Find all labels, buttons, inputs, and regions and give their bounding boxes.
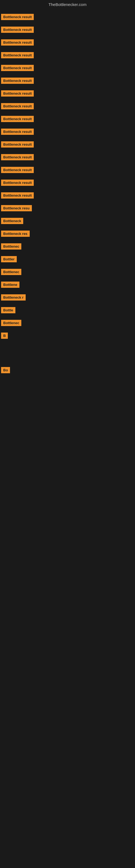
list-item: Bottleneck r — [0, 291, 135, 304]
list-item: Bottlene — [0, 279, 135, 291]
bottleneck-badge[interactable]: Bottleneck result — [1, 167, 34, 173]
items-container: Bottleneck resultBottleneck resultBottle… — [0, 10, 135, 399]
bottleneck-badge[interactable]: Bottlenec — [1, 243, 21, 250]
list-item — [0, 377, 135, 382]
bottleneck-badge[interactable]: Bottlene — [1, 282, 19, 288]
list-item: Bottle — [0, 304, 135, 317]
list-item: Bottleneck result — [0, 113, 135, 126]
list-item — [0, 353, 135, 359]
bottleneck-badge[interactable]: Bottlenec — [1, 320, 21, 326]
bottleneck-badge[interactable]: Bottleneck result — [1, 65, 34, 71]
list-item — [0, 388, 135, 393]
bottleneck-badge[interactable]: Bottleneck result — [1, 52, 34, 58]
list-item: Bottlenec — [0, 266, 135, 279]
bottleneck-badge[interactable]: Bottleneck result — [1, 154, 34, 160]
bottleneck-badge[interactable]: Bottle — [1, 307, 15, 313]
list-item: Bottleneck result — [0, 62, 135, 75]
list-item: Bottleneck result — [0, 126, 135, 138]
list-item: Bottleneck result — [0, 24, 135, 37]
list-item: Bottler — [0, 253, 135, 266]
list-item: Bo — [0, 364, 135, 377]
list-item: Bottleneck result — [0, 88, 135, 100]
list-item: Bottleneck result — [0, 138, 135, 151]
list-item: Bottleneck result — [0, 177, 135, 190]
bottleneck-badge[interactable]: Bottleneck result — [1, 129, 34, 135]
bottleneck-badge[interactable]: Bottleneck result — [1, 90, 34, 97]
list-item — [0, 359, 135, 364]
list-item: Bottleneck — [0, 215, 135, 228]
bottleneck-badge[interactable]: Bottleneck result — [1, 14, 34, 20]
list-item: Bottleneck res — [0, 228, 135, 241]
bottleneck-badge[interactable]: Bottleneck r — [1, 294, 26, 301]
list-item: Bottleneck result — [0, 100, 135, 113]
bottleneck-badge[interactable]: Bottleneck resu — [1, 205, 32, 211]
bottleneck-badge[interactable]: Bottleneck result — [1, 192, 34, 198]
list-item: Bottleneck result — [0, 37, 135, 50]
list-item — [0, 348, 135, 353]
bottleneck-badge[interactable]: Bottleneck result — [1, 27, 34, 33]
list-item: Bottleneck result — [0, 11, 135, 24]
bottleneck-badge[interactable]: Bottlenec — [1, 269, 21, 275]
list-item: Bottleneck result — [0, 164, 135, 177]
list-item: Bottleneck resu — [0, 203, 135, 215]
list-item — [0, 343, 135, 348]
list-item: Bottleneck result — [0, 75, 135, 88]
site-header: TheBottlenecker.com — [0, 0, 135, 10]
bottleneck-badge[interactable]: B — [1, 333, 8, 339]
list-item: Bottleneck result — [0, 50, 135, 62]
bottleneck-badge[interactable]: Bottleneck — [1, 218, 23, 224]
bottleneck-badge[interactable]: Bottler — [1, 256, 17, 262]
bottleneck-badge[interactable]: Bo — [1, 367, 10, 373]
bottleneck-badge[interactable]: Bottleneck res — [1, 230, 30, 237]
bottleneck-badge[interactable]: Bottleneck result — [1, 141, 34, 148]
site-title: TheBottlenecker.com — [0, 0, 135, 10]
list-item: Bottleneck result — [0, 190, 135, 203]
list-item: Bottleneck result — [0, 151, 135, 164]
bottleneck-badge[interactable]: Bottleneck result — [1, 103, 34, 109]
list-item: Bottlenec — [0, 317, 135, 330]
list-item — [0, 382, 135, 388]
bottleneck-badge[interactable]: Bottleneck result — [1, 39, 34, 45]
list-item: B — [0, 330, 135, 343]
list-item — [0, 393, 135, 399]
bottleneck-badge[interactable]: Bottleneck result — [1, 116, 34, 122]
bottleneck-badge[interactable]: Bottleneck result — [1, 78, 34, 84]
bottleneck-badge[interactable]: Bottleneck result — [1, 180, 34, 186]
list-item: Bottlenec — [0, 241, 135, 253]
